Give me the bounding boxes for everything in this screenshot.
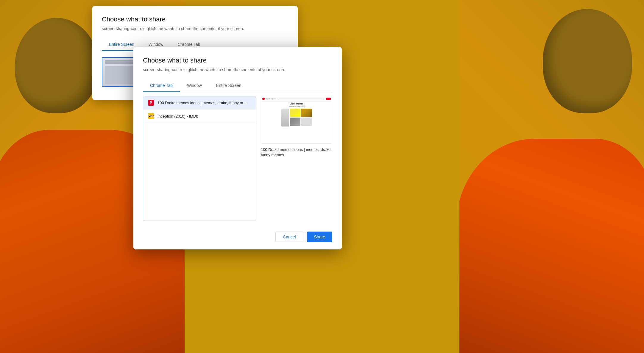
front-dialog-tabs: Chrome Tab Window Entire Screen bbox=[143, 79, 332, 92]
pinterest-body: Drake memes Collection by emily.harvey bbox=[261, 101, 332, 128]
tab-list: P 100 Drake memes ideas | memes, drake, … bbox=[143, 96, 256, 221]
tab-chrome-tab-front[interactable]: Chrome Tab bbox=[143, 79, 180, 92]
imdb-favicon: IMDb bbox=[148, 113, 154, 119]
share-button[interactable]: Share bbox=[307, 232, 332, 242]
back-dialog-title: Choose what to share bbox=[102, 15, 288, 23]
pinterest-col-left bbox=[281, 109, 289, 126]
tab-window-front[interactable]: Window bbox=[180, 79, 209, 92]
pinterest-grid bbox=[262, 109, 331, 126]
pinterest-cell-tall bbox=[281, 109, 289, 126]
pinterest-col-right bbox=[301, 109, 312, 126]
front-dialog-title: Choose what to share bbox=[143, 57, 332, 64]
preview-screenshot: Watch Explore Drake memes Collection by … bbox=[261, 96, 332, 143]
pinterest-learn-btn bbox=[326, 98, 331, 100]
front-content: P 100 Drake memes ideas | memes, drake, … bbox=[143, 96, 332, 221]
pinterest-title-sm: Drake memes bbox=[262, 103, 331, 105]
drake-right-figure bbox=[459, 0, 644, 353]
tab-title-pinterest: 100 Drake memes ideas | memes, drake, fu… bbox=[158, 101, 251, 105]
tab-list-empty-area bbox=[143, 123, 256, 212]
tab-list-item-imdb[interactable]: IMDb Inception (2010) - IMDb bbox=[143, 110, 256, 123]
tab-title-imdb: Inception (2010) - IMDb bbox=[158, 114, 251, 118]
dialog-footer: Cancel Share bbox=[143, 227, 332, 242]
cancel-button[interactable]: Cancel bbox=[275, 232, 303, 242]
pinterest-sub-sm: Collection by emily.harvey bbox=[262, 106, 331, 107]
pinterest-cell-misc bbox=[301, 118, 312, 126]
preview-panel: Watch Explore Drake memes Collection by … bbox=[261, 96, 332, 221]
pinterest-col-mid bbox=[290, 109, 300, 126]
background: Choose what to share screen-sharing-cont… bbox=[0, 0, 644, 353]
pinterest-search-bar bbox=[277, 98, 324, 100]
pinterest-cell-sponge bbox=[290, 109, 300, 117]
pinterest-favicon: P bbox=[148, 100, 154, 106]
pinterest-cell-cat bbox=[290, 118, 300, 126]
pinterest-cell-drake bbox=[301, 109, 312, 117]
pinterest-preview: Watch Explore Drake memes Collection by … bbox=[261, 96, 332, 143]
pinterest-nav: Watch Explore bbox=[266, 98, 276, 100]
dialog-front: Choose what to share screen-sharing-cont… bbox=[133, 47, 342, 249]
tab-list-item-pinterest[interactable]: P 100 Drake memes ideas | memes, drake, … bbox=[143, 96, 256, 110]
pinterest-logo-mini bbox=[262, 98, 265, 100]
back-dialog-subtitle: screen-sharing-controls.glitch.me wants … bbox=[102, 26, 288, 31]
front-dialog-subtitle: screen-sharing-controls.glitch.me wants … bbox=[143, 67, 332, 72]
preview-caption: 100 Drake memes ideas | memes, drake, fu… bbox=[261, 147, 332, 158]
tab-entire-screen-front[interactable]: Entire Screen bbox=[209, 79, 249, 92]
pinterest-header: Watch Explore bbox=[261, 96, 332, 101]
